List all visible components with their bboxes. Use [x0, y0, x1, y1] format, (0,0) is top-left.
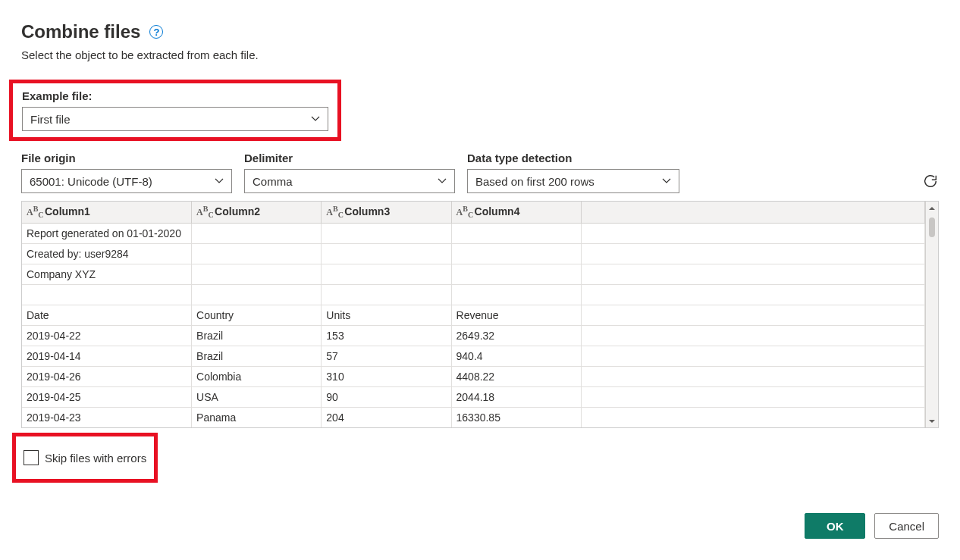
table-cell: Revenue	[451, 305, 581, 325]
table-cell-empty	[581, 243, 924, 264]
delimiter-label: Delimiter	[244, 152, 455, 164]
table-cell: 57	[322, 346, 451, 366]
table-cell: Date	[22, 305, 192, 325]
table-cell: Colombia	[192, 366, 322, 386]
table-cell: Panama	[192, 407, 322, 427]
table-cell	[322, 223, 451, 243]
table-cell	[22, 284, 192, 305]
text-type-icon: ABC	[196, 205, 210, 219]
table-cell-empty	[581, 264, 924, 284]
detection-label: Data type detection	[467, 152, 679, 164]
table-cell: 310	[322, 366, 451, 386]
table-cell: 16330.85	[451, 407, 581, 427]
table-row[interactable]: 2019-04-25USA902044.18	[22, 386, 925, 407]
table-cell: USA	[192, 386, 322, 407]
table-cell: 204	[322, 407, 451, 427]
ok-button[interactable]: OK	[805, 513, 865, 539]
example-file-highlight: Example file: First file	[9, 80, 341, 141]
column-header[interactable]: ABCColumn2	[192, 202, 322, 223]
table-cell: 2649.32	[451, 325, 581, 346]
table-cell: Created by: user9284	[22, 243, 192, 264]
table-cell	[451, 243, 581, 264]
table-cell: 2019-04-25	[22, 386, 192, 407]
text-type-icon: ABC	[326, 205, 340, 219]
table-cell	[192, 284, 322, 305]
text-type-icon: ABC	[456, 205, 470, 219]
table-cell	[451, 223, 581, 243]
column-header-empty	[581, 202, 924, 223]
chevron-down-icon	[215, 175, 224, 188]
table-cell-empty	[581, 346, 924, 366]
table-row[interactable]: Created by: user9284	[22, 243, 925, 264]
table-cell	[451, 284, 581, 305]
table-cell	[322, 284, 451, 305]
scroll-thumb[interactable]	[929, 217, 935, 237]
chevron-down-icon	[438, 175, 447, 188]
table-row[interactable]: 2019-04-22Brazil1532649.32	[22, 325, 925, 346]
table-cell: Company XYZ	[22, 264, 192, 284]
table-row[interactable]: Company XYZ	[22, 264, 925, 284]
column-header[interactable]: ABCColumn4	[451, 202, 581, 223]
table-row[interactable]: 2019-04-14Brazil57940.4	[22, 346, 925, 366]
detection-dropdown[interactable]: Based on first 200 rows	[467, 169, 679, 193]
table-cell	[192, 223, 322, 243]
dialog-subtitle: Select the object to be extracted from e…	[21, 48, 939, 61]
table-cell-empty	[581, 223, 924, 243]
chevron-down-icon	[662, 175, 671, 188]
dialog-title: Combine files	[21, 21, 140, 42]
column-header[interactable]: ABCColumn1	[22, 202, 192, 223]
table-cell: 90	[322, 386, 451, 407]
table-row[interactable]: 2019-04-23Panama20416330.85	[22, 407, 925, 427]
table-cell: 2019-04-23	[22, 407, 192, 427]
column-header[interactable]: ABCColumn3	[322, 202, 451, 223]
skip-errors-checkbox[interactable]	[24, 450, 39, 465]
scroll-down-icon[interactable]	[926, 415, 938, 427]
table-cell: Report generated on 01-01-2020	[22, 223, 192, 243]
refresh-icon[interactable]	[922, 180, 939, 192]
table-cell: 2044.18	[451, 386, 581, 407]
table-row[interactable]	[22, 284, 925, 305]
chevron-down-icon	[311, 113, 320, 126]
table-row[interactable]: Report generated on 01-01-2020	[22, 223, 925, 243]
table-cell: Units	[322, 305, 451, 325]
table-cell	[322, 264, 451, 284]
file-origin-value: 65001: Unicode (UTF-8)	[30, 175, 152, 188]
table-cell: 4408.22	[451, 366, 581, 386]
table-header-row: ABCColumn1ABCColumn2ABCColumn3ABCColumn4	[22, 202, 925, 223]
table-cell-empty	[581, 284, 924, 305]
skip-errors-label: Skip files with errors	[45, 452, 146, 465]
table-cell-empty	[581, 386, 924, 407]
table-cell-empty	[581, 305, 924, 325]
table-cell	[192, 243, 322, 264]
table-cell: 940.4	[451, 346, 581, 366]
example-file-dropdown[interactable]: First file	[22, 107, 328, 131]
table-cell: 2019-04-22	[22, 325, 192, 346]
table-cell	[192, 264, 322, 284]
table-cell: Country	[192, 305, 322, 325]
table-cell-empty	[581, 366, 924, 386]
delimiter-value: Comma	[253, 175, 293, 188]
table-row[interactable]: 2019-04-26Colombia3104408.22	[22, 366, 925, 386]
table-cell: Brazil	[192, 325, 322, 346]
table-cell-empty	[581, 325, 924, 346]
vertical-scrollbar[interactable]	[925, 202, 938, 427]
table-cell	[322, 243, 451, 264]
detection-value: Based on first 200 rows	[475, 175, 595, 188]
example-file-value: First file	[30, 113, 71, 126]
table-cell-empty	[581, 407, 924, 427]
scroll-up-icon[interactable]	[926, 202, 938, 214]
table-cell	[451, 264, 581, 284]
example-file-label: Example file:	[22, 89, 328, 102]
table-cell: Brazil	[192, 346, 322, 366]
file-origin-label: File origin	[21, 152, 232, 164]
text-type-icon: ABC	[27, 205, 40, 219]
preview-grid: ABCColumn1ABCColumn2ABCColumn3ABCColumn4…	[21, 201, 939, 428]
table-row[interactable]: DateCountryUnitsRevenue	[22, 305, 925, 325]
delimiter-dropdown[interactable]: Comma	[244, 169, 455, 193]
table-cell: 2019-04-14	[22, 346, 192, 366]
table-cell: 2019-04-26	[22, 366, 192, 386]
help-icon[interactable]: ?	[149, 25, 163, 39]
file-origin-dropdown[interactable]: 65001: Unicode (UTF-8)	[21, 169, 232, 193]
table-cell: 153	[322, 325, 451, 346]
cancel-button[interactable]: Cancel	[874, 513, 939, 539]
